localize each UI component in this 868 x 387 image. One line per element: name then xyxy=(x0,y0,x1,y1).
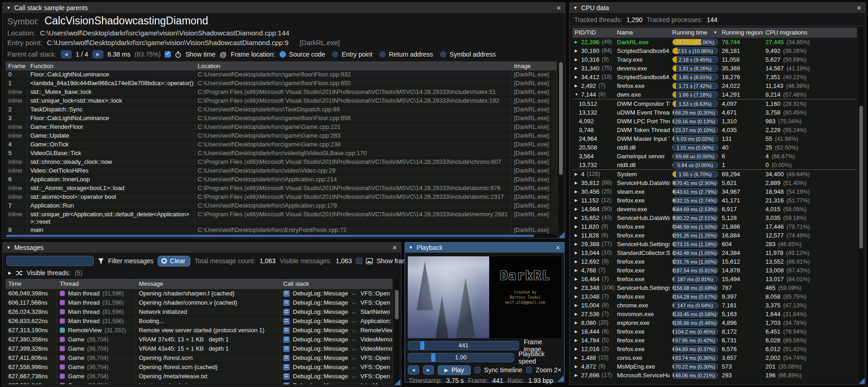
table-row[interactable]: 24,964DWM Master Input Thread5.03 ms (0.… xyxy=(572,134,857,143)
expand-tree-icon[interactable]: ▶ xyxy=(575,301,579,310)
table-row[interactable]: ▶27,696(17)Microsoft.ServiceHub.Co48.06 … xyxy=(572,371,857,380)
expand-tree-icon[interactable]: ▶ xyxy=(575,38,579,46)
callstack-cell[interactable]: DebugLog::Message←StartNetwo xyxy=(280,307,393,316)
next-parent-button[interactable]: ▶ xyxy=(92,50,103,58)
callstack-doc-icon[interactable] xyxy=(283,290,290,297)
table-row[interactable]: 0Floor::CalcLightNoLuminanceC:\Users\wol… xyxy=(6,70,557,79)
table-row[interactable]: ▶13,044(10)StandardCollector.Service242.… xyxy=(572,248,857,257)
table-row[interactable]: inlineGame::RenderFloorC:\Users\wolf\Des… xyxy=(6,123,557,132)
expand-tree-icon[interactable]: ▶ xyxy=(575,231,579,240)
table-row[interactable]: ▶12,692(9)firefox.exe231.76 ms (1.00%)15… xyxy=(572,257,857,266)
callstack-vertical-scrollbar[interactable] xyxy=(559,61,563,232)
callstack-doc-icon[interactable] xyxy=(283,336,290,343)
column-header[interactable]: Running regions xyxy=(720,28,763,38)
table-row[interactable]: 3,748DWM Token Thread23.37 ms (0.10%)4,0… xyxy=(572,126,857,134)
table-row[interactable]: 13,732ntdll.dll5.84 us (0.00%)10(0.00%) xyxy=(572,161,857,170)
expand-tree-icon[interactable]: ▶ xyxy=(575,196,579,205)
expand-tree-icon[interactable]: ▶ xyxy=(575,318,579,327)
table-row[interactable]: 606,049,398nsMain thread(31,596)Opening … xyxy=(6,289,393,298)
expand-tree-icon[interactable]: ▶ xyxy=(575,73,579,81)
table-row[interactable]: inlinestd::atomic<bool>::operator boolC:… xyxy=(6,193,557,202)
table-row[interactable]: 3Floor::CalcLightNoLuminanceC:\Users\wol… xyxy=(6,114,557,123)
table-row[interactable]: 626,024,328nsMain thread(31,596)Network … xyxy=(6,307,393,317)
close-icon[interactable]: ✕ xyxy=(555,244,560,251)
callstack-cell[interactable]: DebugLog::Message←RemoteView xyxy=(280,326,393,335)
table-row[interactable]: inlinestd::_Atomic_storage<bool,1>::load… xyxy=(6,184,557,193)
table-row[interactable]: 606,117,568nsMain thread(31,596)Opening … xyxy=(6,298,393,307)
column-header[interactable]: Location xyxy=(195,62,511,70)
table-row[interactable]: ▶14,984(50)devenv.exe584.69 ms (2.53%)6,… xyxy=(572,205,857,214)
resize-grip[interactable] xyxy=(558,375,564,381)
play-button[interactable]: ▶ Play xyxy=(438,365,470,375)
column-header[interactable]: Name xyxy=(615,28,670,38)
show-frame-checkbox[interactable] xyxy=(356,258,362,264)
resize-grip[interactable] xyxy=(859,378,865,384)
column-header[interactable]: Call stack xyxy=(280,279,393,289)
table-row[interactable]: ▶11,820(9)firefox.exe346.58 ms (1.50%)21… xyxy=(572,222,857,231)
table-row[interactable]: inlinestd::unique_lock<std::mutex>::lock… xyxy=(6,97,557,105)
table-row[interactable]: ▶2,492(7)firefox.exe1.71 s (7.42%)24,022… xyxy=(572,81,857,90)
table-row[interactable]: ▶16,464(7)firefox.exe187 ms (0.81%)15,49… xyxy=(572,275,857,283)
callstack-cell[interactable]: DebugLog::Message←VFS::Open xyxy=(280,289,393,298)
table-row[interactable]: 5VideoGLBase::TickC:\Users\wolf\Desktop\… xyxy=(6,149,557,158)
expand-tree-icon[interactable]: ▶ xyxy=(575,248,579,257)
callstack-cell[interactable]: DebugLog::Message←VFS::Open xyxy=(280,372,393,381)
table-row[interactable]: 20,508ntdll.dll1.01 ms (0.00%)4025(62.50… xyxy=(572,143,857,152)
table-row[interactable]: inlineGame::UpdateC:\Users\wolf\Desktop\… xyxy=(6,132,557,140)
resize-grip[interactable] xyxy=(559,232,565,238)
radio-entry-point[interactable] xyxy=(332,51,338,58)
table-row[interactable]: 2TaskDispatch::SyncC:\Users\wolf\Desktop… xyxy=(6,105,557,114)
table-row[interactable]: 627,380,356nsGame(36,704)VRAM 37x45: 13 … xyxy=(6,335,393,344)
table-row[interactable]: 4,092DWM LPC Port Thread29.16 ms (0.13%)… xyxy=(572,117,857,126)
table-row[interactable]: ▶4,768(7)firefox.exe187.54 ms (0.81%)14,… xyxy=(572,266,857,275)
sort-descending-icon[interactable]: ▼ xyxy=(714,28,717,38)
callstack-cell[interactable]: DebugLog::Message←VFS::Open xyxy=(280,298,393,307)
expand-tree-icon[interactable]: ▶ xyxy=(575,266,579,275)
table-row[interactable]: ▶1,488(10)csrss.exe83.74 ms (0.36%)3,657… xyxy=(572,353,857,362)
table-row[interactable]: ▼7,144(8)dwm.exe1.66 s (7.18%)14,2918,21… xyxy=(572,90,857,99)
table-row[interactable]: ▶13,048(7)firefox.exe154.28 ms (0.67%)9,… xyxy=(572,292,857,301)
expand-tree-icon[interactable]: ▶ xyxy=(575,170,579,179)
column-header[interactable]: Running time▼ xyxy=(670,28,720,38)
table-row[interactable]: inlinestd::unique_ptr<Application,std::d… xyxy=(6,210,557,226)
table-row[interactable]: ▶29,388(77)ServiceHub.SettingsHost273.15… xyxy=(572,240,857,248)
collapse-icon[interactable]: ▼ xyxy=(409,245,413,250)
table-row[interactable]: inlinestd::_Mutex_base::lockC:\Program F… xyxy=(6,88,557,97)
table-row[interactable]: 627,831,246nsGame(36,704)Intro menu load… xyxy=(6,381,393,384)
callstack-cell[interactable]: DebugLog::Message←Application: xyxy=(280,317,393,325)
step-back-button[interactable]: ◀ xyxy=(408,365,419,375)
column-header[interactable]: Time xyxy=(6,279,57,289)
radio-symbol-address[interactable] xyxy=(440,51,446,58)
column-header[interactable]: Thread xyxy=(57,279,136,289)
radio-source-code[interactable] xyxy=(280,51,286,58)
table-row[interactable]: ▶8,080(20)explorer.exe105.66 ms (0.46%)4… xyxy=(572,318,857,327)
expand-tree-icon[interactable]: ▶ xyxy=(575,205,579,214)
resize-grip[interactable] xyxy=(394,379,400,385)
cpu-vertical-scrollbar[interactable] xyxy=(859,28,863,381)
table-row[interactable]: ▶11,828(6)firefox.exe291.26 ms (1.26%)16… xyxy=(572,231,857,240)
close-icon[interactable]: ✕ xyxy=(556,5,561,12)
column-header[interactable]: Function xyxy=(28,62,195,70)
close-icon[interactable]: ✕ xyxy=(857,5,862,12)
expand-tree-icon[interactable]: ▶ xyxy=(575,81,579,90)
zoom-2x-checkbox[interactable] xyxy=(526,367,532,373)
callstack-table-header[interactable]: FrameFunctionLocationImage xyxy=(6,62,557,70)
table-row[interactable]: ▶27,536(7)msvsmon.exe133.45 ms (0.58%)5,… xyxy=(572,310,857,318)
collapse-tree-icon[interactable]: ▼ xyxy=(575,90,579,99)
expand-tree-icon[interactable]: ▶ xyxy=(575,240,579,248)
expand-tree-icon[interactable]: ▶ xyxy=(575,345,579,353)
expand-tree-icon[interactable]: ▶ xyxy=(575,336,579,345)
expand-tree-icon[interactable]: ▶ xyxy=(575,353,579,362)
table-row[interactable]: ▶4,872(9)MsMpEng.exe70.22 ms (0.30%)5732… xyxy=(572,362,857,371)
expand-icon[interactable]: ▶ xyxy=(8,271,11,275)
column-header[interactable]: Frame xyxy=(6,62,28,70)
expand-tree-icon[interactable]: ▶ xyxy=(575,327,579,336)
callstack-cell[interactable]: DebugLog::Message←VFS::Open xyxy=(280,363,393,371)
expand-tree-icon[interactable]: ▶ xyxy=(575,187,579,196)
playback-speed-slider[interactable]: 1.00 xyxy=(408,353,514,362)
callstack-cell[interactable]: DebugLog::Message←VideoMemo xyxy=(280,335,393,344)
close-icon[interactable]: ✕ xyxy=(392,244,397,251)
column-header[interactable]: Image xyxy=(511,62,557,70)
visible-threads-row[interactable]: ▶ Visible threads: (5) xyxy=(8,269,83,277)
table-row[interactable]: 1<lambda_84a19dc444fae966ca174e83e708bdc… xyxy=(6,79,557,88)
